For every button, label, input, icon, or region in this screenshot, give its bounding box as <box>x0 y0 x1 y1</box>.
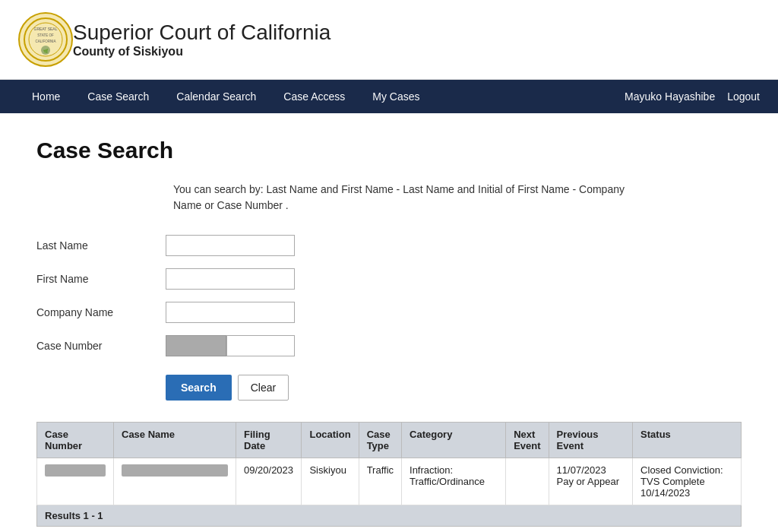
search-description: You can search by: Last Name and First N… <box>173 182 629 214</box>
cell-case-name <box>114 458 236 505</box>
results-count-bar: Results 1 - 1 <box>36 505 742 527</box>
last-name-label: Last Name <box>36 239 166 252</box>
cell-next-event <box>506 458 549 505</box>
col-header-status: Status <box>633 423 742 458</box>
col-header-case-name: Case Name <box>114 423 236 458</box>
col-header-location: Location <box>302 423 359 458</box>
main-content: Case Search You can search by: Last Name… <box>0 113 778 532</box>
court-title: Superior Court of California County of S… <box>73 21 330 59</box>
col-header-case-type: CaseType <box>359 423 401 458</box>
nav-item-case-search[interactable]: Case Search <box>74 80 163 113</box>
seal-icon: GREAT SEAL STATE OF CALIFORNIA 🌿 <box>23 17 68 62</box>
col-header-case-number: CaseNumber <box>37 423 114 458</box>
case-number-label: Case Number <box>36 340 166 352</box>
cell-category: Infraction: Traffic/Ordinance <box>402 458 506 505</box>
case-number-redacted <box>45 464 106 477</box>
cell-location: Siskiyou <box>302 458 359 505</box>
court-county: County of Siskiyou <box>73 45 330 59</box>
table-body: 09/20/2023 Siskiyou Traffic Infraction: … <box>37 458 742 505</box>
first-name-label: First Name <box>36 273 166 285</box>
results-table: CaseNumber Case Name Filing Date Locatio… <box>36 422 742 505</box>
court-seal: GREAT SEAL STATE OF CALIFORNIA 🌿 <box>18 12 73 67</box>
nav-item-my-cases[interactable]: My Cases <box>359 80 433 113</box>
first-name-input[interactable] <box>166 268 295 290</box>
table-header-row: CaseNumber Case Name Filing Date Locatio… <box>37 423 742 458</box>
col-header-previous-event: Previous Event <box>549 423 633 458</box>
page-title: Case Search <box>36 138 742 163</box>
nav-links: Home Case Search Calendar Search Case Ac… <box>18 80 625 113</box>
cell-case-number <box>37 458 114 505</box>
svg-text:GREAT SEAL: GREAT SEAL <box>34 27 58 31</box>
nav-user-area: Mayuko Hayashibe Logout <box>625 90 760 103</box>
col-header-category: Category <box>402 423 506 458</box>
case-number-prefix-redacted <box>166 335 226 356</box>
table-row: 09/20/2023 Siskiyou Traffic Infraction: … <box>37 458 742 505</box>
main-nav: Home Case Search Calendar Search Case Ac… <box>0 80 778 113</box>
cell-case-type: Traffic <box>359 458 401 505</box>
case-number-inputs <box>166 335 295 356</box>
last-name-input[interactable] <box>166 235 295 256</box>
cell-previous-event: 11/07/2023 Pay or Appear <box>549 458 633 505</box>
company-name-row: Company Name <box>36 302 742 323</box>
svg-text:STATE OF: STATE OF <box>37 33 54 37</box>
svg-text:CALIFORNIA: CALIFORNIA <box>35 40 55 43</box>
search-form: Last Name First Name Company Name Case N… <box>36 235 742 356</box>
court-name: Superior Court of California <box>73 21 330 45</box>
form-buttons: Search Clear <box>166 375 742 401</box>
last-name-row: Last Name <box>36 235 742 256</box>
nav-item-home[interactable]: Home <box>18 80 74 113</box>
col-header-next-event: NextEvent <box>506 423 549 458</box>
table-header: CaseNumber Case Name Filing Date Locatio… <box>37 423 742 458</box>
nav-item-case-access[interactable]: Case Access <box>270 80 359 113</box>
nav-logout-button[interactable]: Logout <box>727 90 760 103</box>
cell-status: Closed Conviction: TVS Complete 10/14/20… <box>633 458 742 505</box>
col-header-filing-date: Filing Date <box>236 423 302 458</box>
company-name-input[interactable] <box>166 302 295 323</box>
first-name-row: First Name <box>36 268 742 290</box>
company-name-label: Company Name <box>36 306 166 318</box>
case-number-row: Case Number <box>36 335 742 356</box>
case-number-suffix-input[interactable] <box>226 335 295 356</box>
clear-button[interactable]: Clear <box>238 375 289 401</box>
case-name-redacted <box>122 464 228 477</box>
cell-filing-date: 09/20/2023 <box>236 458 302 505</box>
search-button[interactable]: Search <box>166 375 232 401</box>
results-count: Results 1 - 1 <box>45 510 103 521</box>
nav-username: Mayuko Hayashibe <box>625 90 715 103</box>
nav-item-calendar-search[interactable]: Calendar Search <box>163 80 270 113</box>
svg-text:🌿: 🌿 <box>43 49 49 54</box>
page-header: GREAT SEAL STATE OF CALIFORNIA 🌿 Superio… <box>0 0 778 80</box>
